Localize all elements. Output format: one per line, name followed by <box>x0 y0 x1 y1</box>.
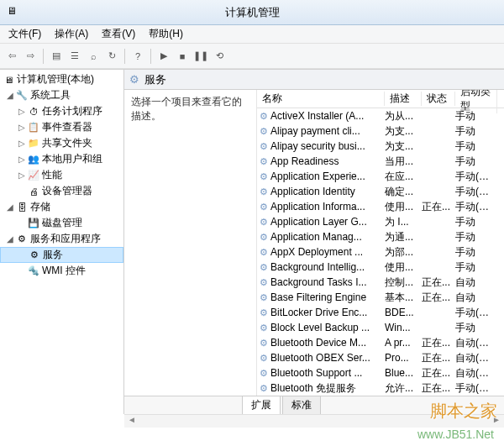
scroll-left-icon[interactable]: ◄ <box>128 415 136 428</box>
collapse-icon[interactable]: ◢ <box>5 234 15 244</box>
tree-systools[interactable]: ◢🔧系统工具 <box>0 87 123 103</box>
clock-icon: ⏱ <box>27 106 40 118</box>
service-row[interactable]: ⚙Bluetooth 免提服务允许...正在...手动(触... <box>257 380 504 396</box>
collapse-icon[interactable]: ◢ <box>5 91 15 100</box>
tree-disk-mgmt[interactable]: 💾磁盘管理 <box>0 215 123 231</box>
menu-file[interactable]: 文件(F) <box>3 26 46 42</box>
detail-prompt: 选择一个项目来查看它的描述。 <box>131 95 249 123</box>
scroll-right-icon[interactable]: ► <box>492 415 501 428</box>
main-panel: ⚙ 服务 选择一个项目来查看它的描述。 名称 描述 状态 启动类型 ⚙Activ… <box>124 70 504 414</box>
service-row[interactable]: ⚙Background Tasks I...控制...正在...自动 <box>257 275 504 290</box>
service-row[interactable]: ⚙App Readiness当用...手动 <box>257 154 504 169</box>
service-row[interactable]: ⚙Base Filtering Engine基本...正在...自动 <box>257 290 504 305</box>
col-desc[interactable]: 描述 <box>385 92 422 106</box>
col-status[interactable]: 状态 <box>422 92 455 106</box>
tree-services[interactable]: ⚙服务 <box>0 247 123 263</box>
service-row[interactable]: ⚙BitLocker Drive Enc...BDE...手动(触... <box>257 305 504 320</box>
service-desc: 确定... <box>385 185 422 199</box>
service-status: 正在... <box>422 366 455 380</box>
tab-standard[interactable]: 标准 <box>282 396 321 414</box>
tree-event-viewer[interactable]: ▷📋事件查看器 <box>0 119 123 135</box>
service-name: Bluetooth 免提服务 <box>270 381 385 396</box>
expand-icon[interactable]: ▷ <box>17 155 27 164</box>
expand-icon[interactable]: ▷ <box>17 139 27 148</box>
collapse-icon[interactable]: ◢ <box>5 202 15 212</box>
export-icon[interactable]: ⌕ <box>85 48 102 65</box>
services-list[interactable]: 名称 描述 状态 启动类型 ⚙ActiveX Installer (A...为从… <box>257 90 504 396</box>
service-row[interactable]: ⚙Alipay payment cli...为支...手动 <box>257 123 504 139</box>
apps-icon: ⚙ <box>15 233 29 245</box>
list-header[interactable]: 名称 描述 状态 启动类型 <box>257 90 504 108</box>
menu-action[interactable]: 操作(A) <box>50 26 93 42</box>
service-desc: Win... <box>385 322 422 333</box>
stop-icon[interactable]: ■ <box>174 48 191 65</box>
back-icon[interactable]: ⇦ <box>3 48 20 65</box>
service-row[interactable]: ⚙Bluetooth Device M...A pr...正在...自动(延..… <box>257 335 504 350</box>
service-status: 正在... <box>422 200 455 214</box>
tree-shared-folders[interactable]: ▷📁共享文件夹 <box>0 135 123 151</box>
service-startup: 自动(延... <box>455 336 496 350</box>
service-row[interactable]: ⚙Alipay security busi...为支...手动 <box>257 139 504 154</box>
service-startup: 手动 <box>455 124 496 139</box>
pause-icon[interactable]: ❚❚ <box>192 48 209 65</box>
title-bar: 🖥 计算机管理 <box>0 0 504 25</box>
tree-svc-apps[interactable]: ◢⚙服务和应用程序 <box>0 231 123 247</box>
tree-root[interactable]: 🖥计算机管理(本地) <box>0 71 123 87</box>
menu-help[interactable]: 帮助(H) <box>144 26 188 42</box>
service-row[interactable]: ⚙Application Layer G...为 I...手动 <box>257 214 504 229</box>
expand-icon[interactable]: ▷ <box>17 123 27 132</box>
service-row[interactable]: ⚙Block Level Backup ...Win...手动 <box>257 320 504 335</box>
detail-pane: 选择一个项目来查看它的描述。 <box>124 90 257 396</box>
properties-icon[interactable]: ☰ <box>66 48 83 65</box>
col-startup[interactable]: 启动类型 <box>455 90 497 113</box>
help-icon[interactable]: ? <box>129 48 146 65</box>
gear-icon: ⚙ <box>257 156 270 167</box>
refresh-icon[interactable]: ↻ <box>103 48 120 65</box>
tree-view[interactable]: 🖥计算机管理(本地) ◢🔧系统工具 ▷⏱任务计划程序 ▷📋事件查看器 ▷📁共享文… <box>0 70 124 414</box>
show-hide-icon[interactable]: ▤ <box>48 48 65 65</box>
service-row[interactable]: ⚙Bluetooth OBEX Ser...Pro...正在...自动(延... <box>257 350 504 365</box>
service-name: Application Experie... <box>270 171 385 182</box>
service-desc: 当用... <box>385 155 422 169</box>
tab-extended[interactable]: 扩展 <box>242 396 281 414</box>
tree-storage[interactable]: ◢🗄存储 <box>0 199 123 215</box>
horizontal-scrollbar[interactable]: ◄► <box>124 414 504 428</box>
forward-icon[interactable]: ⇨ <box>22 48 39 65</box>
play-icon[interactable]: ▶ <box>155 48 172 65</box>
service-desc: 为从... <box>385 109 422 123</box>
service-startup: 手动 <box>455 321 496 335</box>
restart-icon[interactable]: ⟲ <box>211 48 228 65</box>
tree-device-manager[interactable]: 🖨设备管理器 <box>0 183 123 199</box>
tree-performance[interactable]: ▷📈性能 <box>0 167 123 183</box>
service-startup: 手动 <box>455 139 496 154</box>
perf-icon: 📈 <box>27 170 40 181</box>
service-startup: 自动(触... <box>455 366 496 380</box>
service-row[interactable]: ⚙Application Identity确定...手动(触... <box>257 184 504 199</box>
expand-icon[interactable]: ▷ <box>17 171 27 180</box>
service-desc: 为支... <box>385 139 422 154</box>
service-desc: 基本... <box>385 291 422 305</box>
gear-icon: ⚙ <box>257 111 270 122</box>
tree-local-users[interactable]: ▷👥本地用户和组 <box>0 151 123 167</box>
col-name[interactable]: 名称 <box>257 92 385 106</box>
service-name: Background Tasks I... <box>270 276 385 288</box>
service-row[interactable]: ⚙Application Experie...在应...手动(触... <box>257 169 504 184</box>
gear-icon: ⚙ <box>257 307 270 318</box>
service-startup: 手动 <box>455 215 496 229</box>
service-row[interactable]: ⚙Bluetooth Support ...Blue...正在...自动(触..… <box>257 365 504 380</box>
service-desc: 为部... <box>385 245 422 260</box>
tree-wmi[interactable]: 🔩WMI 控件 <box>0 263 123 279</box>
service-startup: 自动(延... <box>455 351 496 365</box>
tree-task-scheduler[interactable]: ▷⏱任务计划程序 <box>0 103 123 119</box>
service-status: 正在... <box>422 275 455 290</box>
service-row[interactable]: ⚙AppX Deployment ...为部...手动 <box>257 244 504 260</box>
service-name: Alipay payment cli... <box>270 125 385 137</box>
service-row[interactable]: ⚙Application Informa...使用...正在...手动(触... <box>257 199 504 214</box>
menu-view[interactable]: 查看(V) <box>97 26 140 42</box>
service-row[interactable]: ⚙Background Intellig...使用...手动 <box>257 260 504 275</box>
service-row[interactable]: ⚙Application Manag...为通...手动 <box>257 229 504 244</box>
expand-icon[interactable]: ▷ <box>17 107 27 116</box>
service-status: 正在... <box>422 291 455 305</box>
service-desc: 使用... <box>385 200 422 214</box>
disk-icon: 💾 <box>27 218 40 229</box>
